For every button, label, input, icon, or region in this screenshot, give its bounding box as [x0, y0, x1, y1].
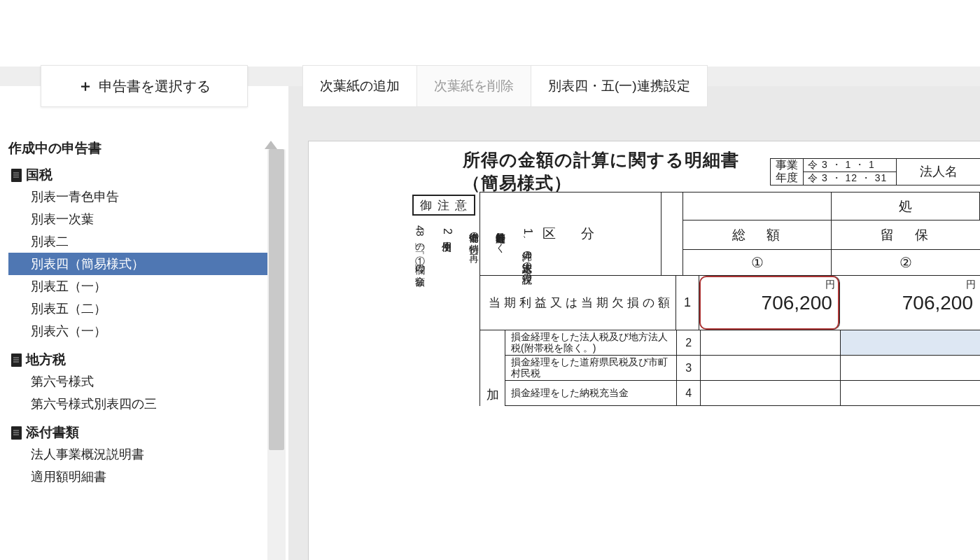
sidebar-item[interactable]: 第六号様式別表四の三 [8, 393, 283, 415]
yen-label: 円 [825, 279, 835, 291]
sidebar-item[interactable]: 適用額明細書 [8, 465, 283, 488]
sidebar-heading: 作成中の申告書 [8, 139, 283, 158]
row1-label: 当期利益又は当期欠損の額 [480, 276, 676, 330]
sidebar-item[interactable]: 別表二 [8, 230, 283, 253]
row4-col2[interactable] [841, 381, 980, 405]
form-inner: 所得の金額の計算に関する明細書（簡易様式） 事業 年度 令 3 ・ 1 ・ 1 … [309, 141, 980, 195]
tab-link-setting[interactable]: 別表四・五(一)連携設定 [531, 65, 708, 107]
group-national: 国税 [8, 166, 283, 184]
document-icon [11, 354, 22, 367]
row1-num: 1 [676, 276, 700, 330]
group-attach-label: 添付書類 [26, 424, 79, 442]
top-whitespace [0, 0, 980, 66]
row3-col2[interactable] [841, 356, 980, 380]
form-table: 区分 総額 ① 処 留保 ② [479, 192, 980, 330]
corp-name-label: 法人名 [896, 159, 980, 185]
group-local-label: 地方税 [26, 351, 66, 369]
row4-label: 損金経理をした納税充当金 [505, 381, 677, 405]
sidebar-item[interactable]: 別表四（簡易様式） [8, 253, 283, 275]
row1-amount-1[interactable]: 円 706,200 [699, 276, 839, 330]
fy-from: 令 3 ・ 1 ・ 1 [804, 159, 896, 172]
form-title: 所得の金額の計算に関する明細書（簡易様式） [463, 148, 756, 195]
group-national-label: 国税 [26, 166, 52, 184]
hdr-total: 総額 [683, 220, 832, 250]
fiscal-year-box: 事業 年度 令 3 ・ 1 ・ 1 令 3 ・ 12 ・ 31 法人名 [770, 158, 980, 186]
fy-to: 令 3 ・ 12 ・ 31 [804, 172, 896, 185]
vnote-col-4: 使例用く [439, 234, 454, 246]
row2-col1[interactable] [701, 330, 841, 355]
fy-label: 事業 年度 [770, 159, 804, 185]
vnote-num-2: 2 [441, 228, 454, 234]
sidebar-item[interactable]: 別表六（一） [8, 320, 283, 342]
header-row: 区分 総額 ① 処 留保 ② [480, 192, 980, 276]
row4-col1[interactable] [701, 381, 841, 405]
document-icon [11, 426, 22, 440]
addition-rows: 加 損金経理をした法人税及び地方法人税(附帯税を除く。) 2 損金経理をした道府… [479, 330, 980, 406]
form-paper: 所得の金額の計算に関する明細書（簡易様式） 事業 年度 令 3 ・ 1 ・ 1 … [308, 141, 980, 560]
group-attach: 添付書類 [8, 424, 283, 442]
row1-amount2-value: 706,200 [902, 292, 973, 314]
plus-icon: ＋ [78, 76, 93, 97]
hdr-kubun: 区分 [480, 192, 662, 275]
row-1: 当期利益又は当期欠損の額 1 円 706,200 円 706,200 [480, 276, 980, 330]
sidebar-item[interactable]: 別表五（一） [8, 275, 283, 298]
notice-box: 御注意 [412, 195, 475, 216]
document-area: 次葉紙の追加 次葉紙を削除 別表四・五(一)連携設定 所得の金額の計算に関する明… [288, 86, 980, 560]
select-document-label: 申告書を選択する [99, 77, 211, 96]
hdr-col1: ① [683, 250, 832, 275]
tab-delete-sheet: 次葉紙を削除 [416, 65, 531, 107]
sidebar-scrollbar[interactable] [267, 149, 286, 560]
hdr-rownum-blank [662, 192, 683, 275]
tab-add-sheet[interactable]: 次葉紙の追加 [302, 65, 417, 107]
hdr-col2: ② [832, 250, 980, 275]
sidebar: ＋ 申告書を選択する 作成中の申告書 国税 別表一青色申告別表一次葉別表二別表四… [0, 86, 288, 560]
row1-amount-2[interactable]: 円 706,200 [840, 276, 980, 330]
scroll-up-icon[interactable] [265, 141, 277, 149]
main-layout: ＋ 申告書を選択する 作成中の申告書 国税 別表一青色申告別表一次葉別表二別表四… [0, 86, 980, 560]
sidebar-item[interactable]: 法人事業概況説明書 [8, 443, 283, 465]
tab-add-sheet-label: 次葉紙の追加 [320, 77, 400, 95]
sidebar-scrollbar-thumb[interactable] [269, 149, 284, 450]
row-2: 損金経理をした法人税及び地方法人税(附帯税を除く。) 2 [505, 330, 980, 356]
sidebar-item[interactable]: 別表一次葉 [8, 208, 283, 230]
tab-link-setting-label: 別表四・五(一)連携設定 [548, 77, 690, 95]
sidebar-item[interactable]: 別表五（二） [8, 298, 283, 320]
sidebar-item[interactable]: 別表一青色申告 [8, 186, 283, 208]
row1-amount1-value: 706,200 [762, 292, 832, 314]
fy-dates: 令 3 ・ 1 ・ 1 令 3 ・ 12 ・ 31 [804, 159, 896, 185]
row3-col1[interactable] [701, 356, 841, 380]
row3-num: 3 [677, 356, 701, 380]
row2-label: 損金経理をした法人税及び地方法人税(附帯税を除く。) [505, 330, 677, 355]
row-3: 損金経理をした道府県民税及び市町村民税 3 [505, 356, 980, 381]
document-icon [11, 169, 22, 182]
document-tabs: 次葉紙の追加 次葉紙を削除 別表四・五(一)連携設定 [288, 65, 980, 107]
tab-delete-sheet-label: 次葉紙を削除 [434, 77, 514, 95]
select-document-button[interactable]: ＋ 申告書を選択する [41, 65, 248, 107]
hdr-ryuho: 留保 [832, 220, 980, 250]
sidebar-item[interactable]: 第六号様式 [8, 370, 283, 393]
ka-label: 加 [480, 330, 505, 406]
yen-label: 円 [966, 279, 976, 291]
row4-num: 4 [677, 381, 701, 405]
hdr-sho: 処 [832, 192, 980, 220]
title-row: 所得の金額の計算に関する明細書（簡易様式） 事業 年度 令 3 ・ 1 ・ 1 … [309, 148, 980, 195]
row2-col2[interactable] [841, 330, 980, 355]
vnote-col-5: 「48」の「①」欄の金額 [412, 225, 428, 278]
row2-num: 2 [677, 330, 701, 355]
sidebar-body: 作成中の申告書 国税 別表一青色申告別表一次葉別表二別表四（簡易様式）別表五（一… [0, 107, 288, 495]
row-4: 損金経理をした納税充当金 4 [505, 381, 980, 406]
group-local: 地方税 [8, 351, 283, 369]
row3-label: 損金経理をした道府県民税及び市町村民税 [505, 356, 677, 380]
